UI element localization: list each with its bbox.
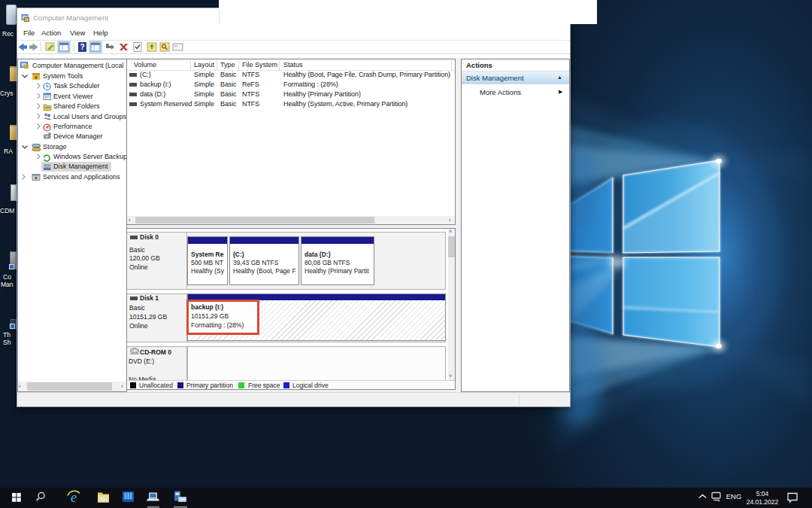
svg-text:5:04: 5:04 — [756, 490, 769, 497]
svg-text:*: * — [717, 498, 720, 505]
svg-text:24.01.2022: 24.01.2022 — [747, 498, 779, 506]
svg-text:?: ? — [80, 43, 84, 51]
svg-text:ENG: ENG — [726, 492, 742, 500]
